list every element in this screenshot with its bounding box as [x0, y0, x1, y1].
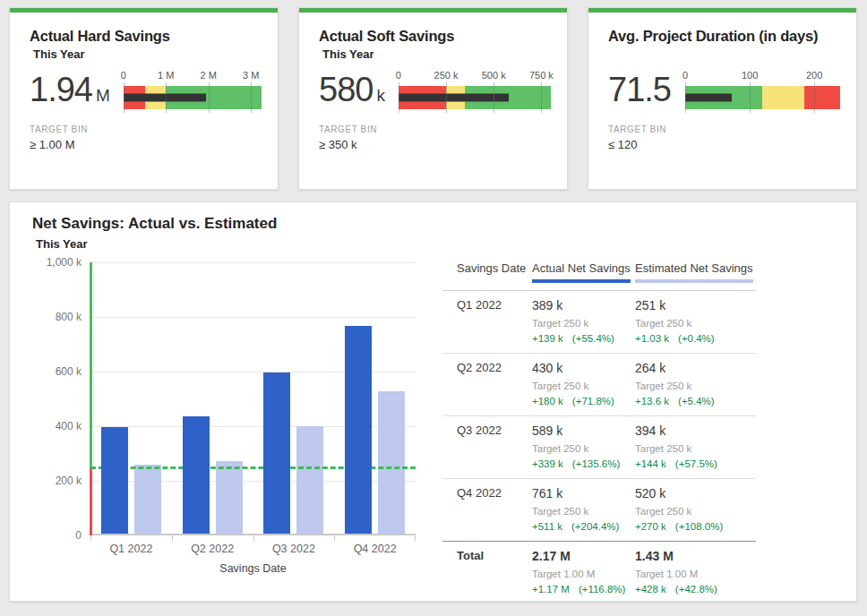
actual-cell: 761 kTarget 250 k+511 k(+204.4%): [532, 485, 635, 533]
target-bin-label: TARGET BIN: [608, 124, 842, 134]
total-actual-cell: 2.17 MTarget 1.00 M+1.17 M(+116.8%): [532, 548, 635, 595]
target-bin-value: ≥ 350 k: [319, 138, 553, 151]
actual-bar-q3-2022[interactable]: [263, 372, 290, 534]
estimated-bar-q1-2022[interactable]: [134, 465, 161, 534]
table-row-date: Q4 2022: [457, 485, 532, 533]
bullet-measure-bar: [124, 94, 206, 102]
estimated-cell-delta-pct: (+108.0%): [675, 521, 723, 532]
actual-cell-delta-pct: (+204.4%): [571, 521, 619, 532]
actual-cell-delta: +139 k(+55.4%): [532, 332, 635, 345]
estimated-bar-q2-2022[interactable]: [216, 461, 243, 534]
table-row[interactable]: Q1 2022389 kTarget 250 k+139 k(+55.4%)25…: [442, 291, 756, 353]
y-axis-labels: 0200 k400 k600 k800 k1,000 k: [19, 262, 82, 535]
kpi-value: 580k: [319, 71, 384, 109]
kpi-value: 71.5: [608, 71, 671, 109]
bullet-axis-tick-line: [494, 82, 494, 113]
target-bin-label: TARGET BIN: [319, 124, 553, 134]
actual-cell: 389 kTarget 250 k+139 k(+55.4%): [532, 297, 635, 345]
x-axis-category-labels: Q1 2022Q2 2022Q3 2022Q4 2022: [90, 543, 416, 557]
chart-subtitle: This Year: [36, 237, 88, 251]
kpi-card-body: Actual Soft SavingsThis Year580k0250 k50…: [299, 13, 567, 151]
total-estimated-cell-delta-pct: (+42.8%): [675, 584, 717, 595]
estimated-bar-q3-2022[interactable]: [296, 426, 323, 534]
total-estimated-cell-delta: +428 k(+42.8%): [635, 583, 756, 595]
x-axis-tick-mark: [253, 535, 254, 541]
total-actual-cell-target: Target 1.00 M: [532, 568, 635, 580]
table-total-row[interactable]: Total2.17 MTarget 1.00 M+1.17 M(+116.8%)…: [442, 541, 756, 603]
kpi-card-content: 71.50100200: [608, 66, 842, 113]
kpi-card-title: Actual Hard Savings: [30, 28, 263, 45]
actual-cell-delta: +339 k(+135.6%): [532, 458, 635, 470]
actual-bar-q1-2022[interactable]: [101, 427, 128, 534]
bullet-axis-tick-label: 200: [806, 70, 822, 81]
bullet-axis-tick-line: [814, 82, 815, 113]
bullet-range-segment-3: [804, 86, 840, 109]
x-axis-title: Savings Date: [90, 562, 416, 575]
bullet-axis-tick-line: [446, 82, 447, 113]
y-axis-line-below-target: [90, 467, 92, 535]
table-header-cell-2: Actual Net Savings: [532, 260, 635, 283]
bullet-measure-bar: [399, 94, 509, 102]
bullet-axis-tick-line: [209, 82, 210, 113]
table-row[interactable]: Q3 2022589 kTarget 250 k+339 k(+135.6%)3…: [442, 415, 756, 478]
estimated-cell-target: Target 250 k: [635, 317, 756, 329]
bar-chart-plot-area: [90, 262, 416, 535]
table-header-label: Savings Date: [457, 261, 526, 283]
kpi-card-subtitle: [612, 47, 842, 63]
total-actual-cell-delta-pct: (+116.8%): [579, 584, 626, 595]
bullet-axis-tick-label: 2 M: [200, 70, 216, 81]
actual-cell-value: 761 k: [532, 485, 635, 501]
actual-cell: 589 kTarget 250 k+339 k(+135.6%): [532, 423, 635, 470]
actual-bar-q4-2022[interactable]: [345, 326, 372, 534]
savings-table-rows: Q1 2022389 kTarget 250 k+139 k(+55.4%)25…: [442, 291, 756, 603]
table-header-label: Estimated Net Savings: [635, 261, 753, 283]
bullet-bar: [685, 86, 840, 109]
x-axis-tick-mark: [172, 535, 173, 541]
table-row[interactable]: Q4 2022761 kTarget 250 k+511 k(+204.4%)5…: [442, 478, 756, 541]
estimated-cell-target: Target 250 k: [635, 505, 756, 518]
total-estimated-cell-value: 1.43 M: [635, 548, 756, 564]
savings-table-header: Savings DateActual Net SavingsEstimated …: [442, 260, 756, 291]
y-axis-tick-label: 600 k: [56, 365, 82, 378]
bullet-axis-labels: 01 M2 M3 M: [124, 70, 262, 83]
kpi-bullet-chart: 01 M2 M3 M: [124, 70, 262, 109]
estimated-cell: 394 kTarget 250 k+144 k(+57.5%): [635, 423, 756, 470]
actual-cell: 430 kTarget 250 k+180 k(+71.8%): [532, 360, 635, 407]
x-axis-category-label: Q3 2022: [253, 543, 335, 555]
estimated-cell: 520 kTarget 250 k+270 k(+108.0%): [635, 485, 756, 533]
estimated-cell-delta: +144 k(+57.5%): [635, 458, 756, 470]
kpi-cards-row: Actual Hard SavingsThis Year1.94M01 M2 M…: [9, 7, 857, 190]
actual-cell-target: Target 250 k: [532, 505, 635, 518]
total-estimated-cell: 1.43 MTarget 1.00 M+428 k(+42.8%): [635, 548, 756, 595]
actual-bar-q2-2022[interactable]: [183, 416, 210, 534]
bullet-axis-tick-label: 0: [396, 70, 401, 81]
actual-cell-value: 430 k: [532, 360, 635, 376]
kpi-card-body: Avg. Project Duration (in days)71.501002…: [588, 13, 856, 151]
kpi-card-title: Avg. Project Duration (in days): [608, 28, 842, 45]
target-bin-value: ≤ 120: [608, 138, 842, 151]
table-row-date: Q1 2022: [457, 297, 532, 345]
estimated-cell-delta: +270 k(+108.0%): [635, 520, 756, 533]
table-row-date: Q2 2022: [457, 360, 532, 407]
estimated-cell-target: Target 250 k: [635, 442, 756, 455]
estimated-cell-target: Target 250 k: [635, 380, 756, 392]
chart-title: Net Savings: Actual vs. Estimated: [32, 215, 277, 233]
savings-table: Savings DateActual Net SavingsEstimated …: [442, 260, 756, 603]
estimated-bar-q4-2022[interactable]: [378, 391, 405, 534]
bullet-axis-tick-line: [750, 82, 751, 113]
estimated-cell-delta-pct: (+57.5%): [675, 458, 717, 469]
table-row[interactable]: Q2 2022430 kTarget 250 k+180 k(+71.8%)26…: [442, 353, 756, 415]
x-axis-tick-mark: [90, 535, 91, 541]
estimated-cell-value: 251 k: [635, 297, 756, 313]
kpi-card-subtitle: This Year: [33, 47, 263, 63]
bullet-axis-tick-label: 750 k: [529, 70, 554, 81]
y-axis-tick-label: 0: [75, 529, 82, 542]
kpi-value-unit: k: [376, 86, 384, 105]
target-bin-value: ≥ 1.00 M: [30, 138, 263, 151]
estimated-cell-value: 394 k: [635, 423, 756, 439]
kpi-value-unit: M: [96, 86, 109, 105]
estimated-cell-value: 264 k: [635, 360, 756, 376]
bullet-bar: [399, 86, 551, 109]
bullet-axis-tick-label: 500 k: [482, 70, 506, 81]
total-estimated-cell-target: Target 1.00 M: [635, 568, 756, 580]
